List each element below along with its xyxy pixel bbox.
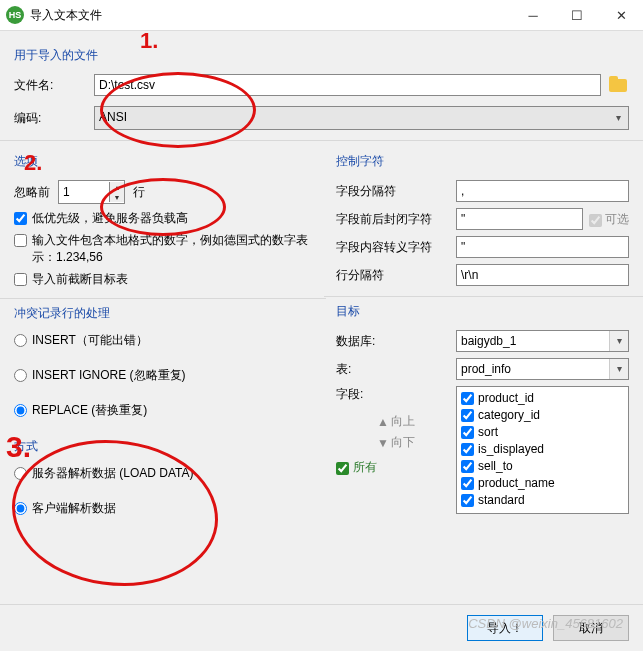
low-priority-checkbox[interactable]: 低优先级，避免服务器负载高 xyxy=(14,210,316,227)
cancel-button[interactable]: 取消 xyxy=(553,615,629,641)
field-item[interactable]: standard xyxy=(459,491,626,508)
all-fields-checkbox[interactable]: 所有 xyxy=(336,459,456,476)
truncate-checkbox[interactable]: 导入前截断目标表 xyxy=(14,271,316,288)
spin-down-icon[interactable]: ▼ xyxy=(110,192,124,202)
app-icon: HS xyxy=(6,6,24,24)
fields-listbox[interactable]: product_idcategory_idsortis_displayedsel… xyxy=(456,386,629,514)
method-client[interactable]: 客户端解析数据 xyxy=(14,500,316,517)
dialog-footer: 导入！ 取消 xyxy=(0,604,643,651)
method-server[interactable]: 服务器解析数据 (LOAD DATA) xyxy=(14,465,316,482)
field-item[interactable]: is_displayed xyxy=(459,440,626,457)
file-section-header: 用于导入的文件 xyxy=(14,47,629,64)
chevron-down-icon: ▾ xyxy=(609,331,628,351)
spin-up-icon[interactable]: ▲ xyxy=(110,182,124,192)
escape-input[interactable] xyxy=(456,236,629,258)
window-title: 导入文本文件 xyxy=(30,7,511,24)
options-header: 选项 xyxy=(14,153,316,170)
encoding-select[interactable]: ANSI ▾ xyxy=(94,106,629,130)
table-label: 表: xyxy=(336,361,456,378)
move-up-button[interactable]: ▲ 向上 xyxy=(377,413,415,430)
target-header: 目标 xyxy=(336,303,629,320)
table-select[interactable]: prod_info▾ xyxy=(456,358,629,380)
conflict-insert[interactable]: INSERT（可能出错） xyxy=(14,332,316,349)
db-select[interactable]: baigydb_1▾ xyxy=(456,330,629,352)
control-chars-header: 控制字符 xyxy=(336,153,629,170)
ignore-lines-spinner[interactable]: ▲▼ xyxy=(58,180,125,204)
enclose-input[interactable] xyxy=(456,208,583,230)
field-item[interactable]: category_id xyxy=(459,406,626,423)
enclose-optional[interactable]: 可选 xyxy=(589,211,629,228)
encoding-value: ANSI xyxy=(99,110,127,124)
db-label: 数据库: xyxy=(336,333,456,350)
ignore-label: 忽略前 xyxy=(14,184,50,201)
line-sep-label: 行分隔符 xyxy=(336,267,456,284)
field-item[interactable]: sell_to xyxy=(459,457,626,474)
filename-label: 文件名: xyxy=(14,77,94,94)
move-down-button[interactable]: ▼ 向下 xyxy=(377,434,415,451)
ignore-lines-input[interactable] xyxy=(59,182,109,202)
filename-input[interactable] xyxy=(94,74,601,96)
field-item[interactable]: sort xyxy=(459,423,626,440)
field-sep-input[interactable] xyxy=(456,180,629,202)
fields-label: 字段: xyxy=(336,386,456,403)
field-sep-label: 字段分隔符 xyxy=(336,183,456,200)
escape-label: 字段内容转义字符 xyxy=(336,239,456,256)
chevron-down-icon: ▾ xyxy=(609,359,628,379)
enclose-label: 字段前后封闭字符 xyxy=(336,211,456,228)
maximize-button[interactable]: ☐ xyxy=(555,0,599,30)
line-sep-input[interactable] xyxy=(456,264,629,286)
minimize-button[interactable]: ─ xyxy=(511,0,555,30)
local-number-checkbox[interactable]: 输入文件包含本地格式的数字，例如德国式的数字表示：1.234,56 xyxy=(14,232,316,266)
titlebar: HS 导入文本文件 ─ ☐ ✕ xyxy=(0,0,643,31)
browse-folder-icon[interactable] xyxy=(607,76,629,94)
conflict-header: 冲突记录行的处理 xyxy=(14,305,316,322)
import-button[interactable]: 导入！ xyxy=(467,615,543,641)
encoding-label: 编码: xyxy=(14,110,94,127)
close-button[interactable]: ✕ xyxy=(599,0,643,30)
ignore-unit: 行 xyxy=(133,184,145,201)
field-item[interactable]: product_id xyxy=(459,389,626,406)
conflict-replace[interactable]: REPLACE (替换重复) xyxy=(14,402,316,419)
field-item[interactable]: product_name xyxy=(459,474,626,491)
method-header: 方式 xyxy=(14,438,316,455)
chevron-down-icon: ▾ xyxy=(608,107,628,129)
conflict-insert-ignore[interactable]: INSERT IGNORE (忽略重复) xyxy=(14,367,316,384)
